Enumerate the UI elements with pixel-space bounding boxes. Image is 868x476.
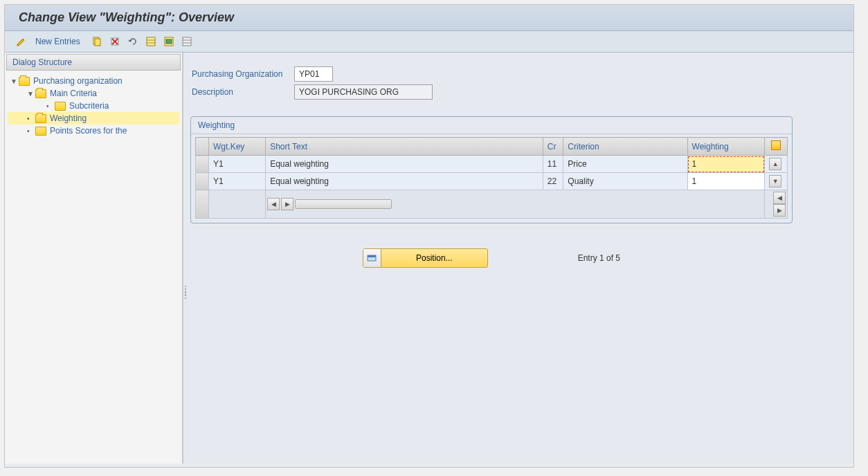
dialog-structure-panel: Dialog Structure ▼ Purchasing organizati… [5, 53, 183, 464]
tree-node-weighting[interactable]: • Weighting [8, 112, 179, 125]
select-all-icon[interactable] [144, 35, 158, 48]
tree-label: Weighting [50, 113, 87, 123]
folder-icon [35, 89, 46, 98]
table-row[interactable]: Y1 Equal weighting 11 Price 1 ▲ [196, 156, 788, 173]
table-row[interactable]: Y1 Equal weighting 22 Quality 1 ▼ [196, 173, 788, 190]
tree-header: Dialog Structure [6, 54, 181, 71]
cell-short-text[interactable]: Equal weighting [266, 173, 543, 190]
col-short-text[interactable]: Short Text [266, 138, 543, 156]
svg-rect-14 [368, 255, 376, 257]
svg-rect-10 [183, 37, 191, 46]
description-input [294, 84, 433, 100]
copy-icon[interactable] [90, 35, 104, 48]
cell-cr[interactable]: 22 [543, 173, 563, 190]
folder-icon [55, 102, 66, 111]
select-block-icon[interactable] [162, 35, 176, 48]
delete-icon[interactable] [108, 35, 122, 48]
collapse-icon[interactable]: ▼ [10, 77, 19, 85]
tree-label: Main Criteria [50, 89, 97, 98]
cell-wgt-key[interactable]: Y1 [208, 156, 265, 173]
scroll-right-button-2[interactable]: ▶ [773, 204, 786, 217]
col-weighting[interactable]: Weighting [687, 138, 765, 156]
cell-cr[interactable]: 11 [543, 156, 563, 173]
folder-icon [19, 77, 30, 86]
new-entries-button[interactable]: New Entries [35, 37, 80, 46]
title-bar: Change View "Weighting": Overview [5, 5, 853, 31]
tree-node-purchasing-organization[interactable]: ▼ Purchasing organization [8, 75, 179, 87]
bullet-icon: • [27, 115, 35, 122]
layout-config-button[interactable] [765, 138, 788, 156]
scroll-down-button[interactable]: ▼ [765, 173, 788, 190]
scrollbar-thumb[interactable] [295, 199, 392, 209]
col-criterion[interactable]: Criterion [563, 138, 687, 156]
table-settings-icon [771, 140, 781, 150]
cell-wgt-key[interactable]: Y1 [208, 173, 265, 190]
scroll-left-button-2[interactable]: ◀ [773, 192, 786, 204]
purchasing-org-label: Purchasing Organization [190, 69, 294, 79]
row-selector[interactable] [196, 173, 209, 190]
col-cr[interactable]: Cr [543, 138, 563, 156]
cell-criterion[interactable]: Quality [563, 173, 687, 190]
purchasing-org-input[interactable] [294, 66, 333, 82]
toolbar: New Entries [5, 31, 853, 53]
cell-short-text[interactable]: Equal weighting [266, 156, 543, 173]
position-button[interactable]: Position... [363, 248, 488, 268]
tree-label: Subcriteria [69, 101, 109, 111]
content-panel: ⋮⋮⋮ Purchasing Organization Description … [183, 53, 853, 464]
edit-icon[interactable] [15, 35, 28, 48]
col-wgt-key[interactable]: Wgt.Key [208, 138, 265, 156]
tree-node-subcriteria[interactable]: • Subcriteria [8, 100, 179, 112]
scroll-up-button[interactable]: ▲ [765, 156, 788, 173]
folder-open-icon [35, 114, 46, 123]
scroll-right-button[interactable]: ▶ [281, 198, 293, 210]
app-window: Change View "Weighting": Overview New En… [4, 4, 854, 468]
cell-weighting-editing[interactable]: 1 [687, 156, 765, 173]
cell-weighting[interactable]: 1 [687, 173, 765, 190]
description-label: Description [190, 87, 294, 97]
tree-label: Points Scores for the [50, 126, 127, 136]
tree-node-main-criteria[interactable]: ▼ Main Criteria [8, 87, 179, 100]
row-selector[interactable] [196, 156, 209, 173]
splitter-handle[interactable]: ⋮⋮⋮ [181, 288, 190, 296]
bullet-icon: • [46, 102, 55, 110]
horizontal-scrollbar[interactable]: ◀ ▶ [267, 198, 763, 210]
tree-label: Purchasing organization [33, 76, 123, 86]
section-title: Weighting [191, 117, 792, 134]
svg-rect-1 [95, 39, 100, 46]
svg-rect-9 [166, 39, 172, 44]
tree-node-points-scores[interactable]: • Points Scores for the [8, 125, 179, 137]
collapse-icon[interactable]: ▼ [27, 90, 35, 98]
page-title: Change View "Weighting": Overview [19, 10, 840, 25]
bullet-icon: • [27, 127, 35, 135]
weighting-table: Wgt.Key Short Text Cr Criterion Weightin… [195, 137, 788, 219]
deselect-all-icon[interactable] [180, 35, 194, 48]
weighting-section: Weighting Wgt.Key Short Text Cr Criterio… [190, 116, 793, 223]
folder-icon [35, 127, 46, 136]
row-selector-header[interactable] [196, 138, 209, 156]
position-button-label: Position... [381, 253, 487, 263]
entry-counter: Entry 1 of 5 [578, 253, 620, 263]
undo-icon[interactable] [126, 35, 140, 48]
cell-criterion[interactable]: Price [563, 156, 687, 173]
scroll-left-button[interactable]: ◀ [267, 198, 280, 210]
svg-rect-5 [147, 37, 155, 46]
position-icon [367, 253, 377, 263]
